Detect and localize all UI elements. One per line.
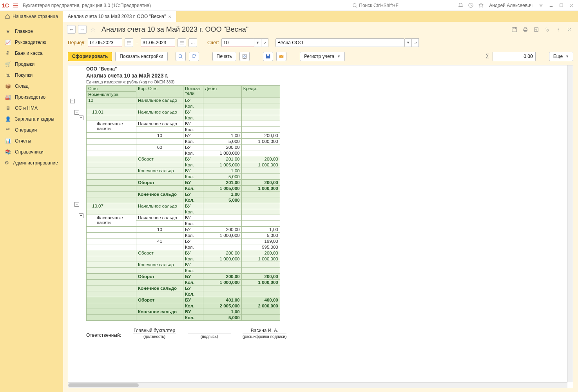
more-button[interactable]: Еще▼: [549, 52, 573, 61]
account-open-button[interactable]: ↗: [261, 38, 268, 47]
cell-debit: 5,000: [203, 197, 241, 203]
main-menu-button[interactable]: [12, 2, 20, 9]
calendar-from-button[interactable]: [125, 38, 133, 47]
save-report-button[interactable]: [263, 52, 273, 61]
sidebar-label: Производство: [15, 94, 45, 100]
sidebar-label: Администрирование: [13, 160, 58, 166]
filter-row: Период: – ... Счет: ▼ ↗ ▼ ↗: [63, 37, 578, 50]
tree-collapse-1001[interactable]: −: [74, 110, 79, 115]
print-button[interactable]: Печать: [212, 52, 236, 61]
history-icon[interactable]: [466, 0, 476, 11]
sidebar-item-11[interactable]: 📚Справочники: [0, 146, 63, 157]
email-button[interactable]: [276, 52, 286, 61]
tree-collapse-packets-1[interactable]: −: [79, 116, 83, 120]
date-to-input[interactable]: [141, 38, 175, 47]
close-page-icon[interactable]: [565, 25, 573, 34]
table-row: ОборотБУ200,00200,00: [87, 250, 280, 256]
org-dropdown-button[interactable]: ▼: [405, 38, 412, 47]
cell-kor: Начальное сальдо: [136, 215, 183, 221]
minimize-icon[interactable]: [546, 0, 556, 11]
sidebar-item-5[interactable]: 📦Склад: [0, 81, 63, 92]
cell-debit: 201,00: [203, 180, 241, 186]
org-open-button[interactable]: ↗: [412, 38, 419, 47]
cell-credit: 1,00: [241, 227, 280, 233]
table-row: Кол.1 000,0001 000,000: [87, 280, 280, 285]
sidebar-item-8[interactable]: 👤Зарплата и кадры: [0, 114, 63, 125]
sidebar-item-3[interactable]: 🛒Продажи: [0, 59, 63, 70]
hdr-kor: Кор. Счет: [136, 86, 183, 98]
cell-kor: Начальное сальдо: [136, 109, 183, 115]
settings-icon[interactable]: [536, 0, 546, 11]
period-label: Период:: [68, 40, 85, 45]
link-icon[interactable]: [543, 25, 551, 34]
date-from-input[interactable]: [88, 38, 122, 47]
form-button[interactable]: Сформировать: [68, 52, 112, 61]
tab-home[interactable]: Начальная страница: [0, 11, 63, 22]
svg-rect-18: [243, 54, 246, 59]
sidebar-item-12[interactable]: ⚙Администрирование: [0, 157, 63, 168]
global-search[interactable]: [350, 1, 455, 10]
close-icon[interactable]: [566, 0, 576, 11]
favorite-star-icon[interactable]: ☆: [89, 26, 97, 33]
register-button[interactable]: Регистр учета▼: [300, 52, 345, 61]
table-row: ОборотБУ401,00400,00: [87, 297, 280, 303]
table-row: Фасовочные пакетыНачальное сальдоБУ: [87, 121, 280, 127]
tree-collapse-packets-2[interactable]: −: [79, 213, 83, 218]
sidebar-item-10[interactable]: 📊Отчеты: [0, 135, 63, 146]
star-icon[interactable]: [476, 0, 486, 11]
show-settings-button[interactable]: Показать настройки: [115, 52, 167, 61]
tab-close-icon[interactable]: ×: [168, 14, 171, 20]
bell-icon[interactable]: [455, 0, 466, 11]
more-icon[interactable]: [554, 25, 562, 34]
cell-acct: [87, 280, 136, 285]
tab-home-label: Начальная страница: [13, 14, 58, 19]
cell-debit: 1,00: [203, 168, 241, 174]
maximize-icon[interactable]: [556, 0, 566, 11]
table-row: ОборотБУ200,00200,00: [87, 274, 280, 280]
export-icon[interactable]: [532, 25, 540, 34]
total-field[interactable]: [493, 52, 536, 61]
nav-forward-button[interactable]: →: [78, 25, 87, 34]
user-menu[interactable]: Андрей Алексеевич: [486, 3, 536, 8]
vertical-scrollbar[interactable]: [567, 65, 573, 382]
horizontal-scrollbar[interactable]: [68, 382, 567, 388]
expand-all-button[interactable]: [189, 52, 199, 61]
calendar-to-button[interactable]: [178, 38, 186, 47]
table-row: Кол.1 005,0001 000,000: [87, 186, 280, 191]
cell-acct: [87, 145, 136, 150]
sidebar-item-4[interactable]: 🛍Покупки: [0, 70, 63, 81]
tree-collapse-10[interactable]: −: [70, 99, 75, 103]
sidebar-item-1[interactable]: 📈Руководителю: [0, 37, 63, 48]
tree-collapse-1007[interactable]: −: [74, 202, 79, 207]
sidebar-item-0[interactable]: ★Главное: [0, 26, 63, 37]
global-search-input[interactable]: [359, 3, 453, 8]
print-icon[interactable]: [521, 25, 529, 34]
nav-back-button[interactable]: ←: [67, 25, 76, 34]
cell-acct: [87, 233, 136, 238]
svg-point-11: [558, 29, 558, 30]
org-input[interactable]: [275, 38, 405, 47]
sidebar-item-7[interactable]: 🖥ОС и НМА: [0, 103, 63, 114]
tab-report[interactable]: Анализ счета 10 за Май 2023 г. ООО "Весн…: [63, 11, 176, 22]
sidebar-label: Зарплата и кадры: [15, 116, 54, 122]
table-row: Кол.: [87, 103, 280, 109]
cell-credit: [241, 103, 280, 109]
sidebar-icon: ★: [5, 29, 11, 34]
sidebar-item-9[interactable]: ᴬᴷОперации: [0, 125, 63, 135]
period-picker-button[interactable]: ...: [188, 38, 197, 47]
account-input[interactable]: [221, 38, 254, 47]
cell-debit: [203, 238, 241, 244]
save-icon[interactable]: [510, 25, 518, 34]
report-table: Счет Кор. Счет Показа- тели Дебет Кредит…: [86, 85, 280, 321]
cell-kor: [136, 186, 183, 191]
cell-ind: БУ: [183, 238, 203, 244]
cell-debit: 5,000: [203, 139, 241, 145]
report-scroll[interactable]: ООО "Весна" Анализ счета 10 за Май 2023 …: [68, 65, 573, 388]
sidebar-item-6[interactable]: 🏭Производство: [0, 92, 63, 103]
find-button[interactable]: [176, 52, 186, 61]
cell-acct: 10: [87, 98, 136, 103]
sidebar-item-2[interactable]: ₽Банк и касса: [0, 48, 63, 59]
account-dropdown-button[interactable]: ▼: [254, 38, 261, 47]
sidebar-icon: ᴬᴷ: [5, 127, 11, 133]
preview-button[interactable]: [239, 52, 250, 61]
